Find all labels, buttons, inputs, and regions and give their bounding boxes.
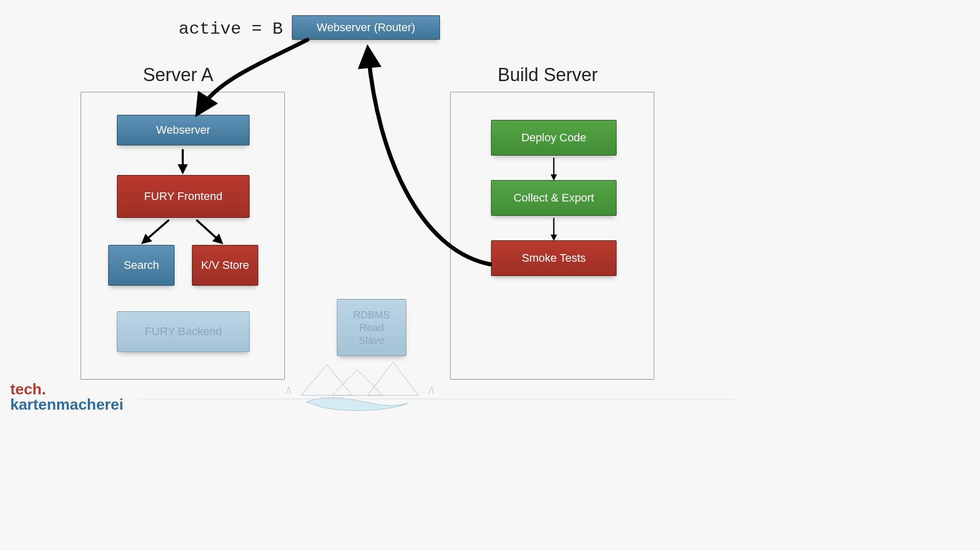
deploy-code-box: Deploy Code <box>491 120 617 156</box>
diagram-stage: active = B Webserver (Router) Server A W… <box>0 0 735 413</box>
build-server-title: Build Server <box>498 64 598 86</box>
fury-backend-box: FURY Backend <box>117 311 250 352</box>
logo-line-2: kartenmacherei <box>10 396 124 413</box>
smoke-tests-box: Smoke Tests <box>491 240 617 276</box>
rdbms-read-slave-box: RDBMS Read Slave <box>337 299 406 356</box>
collect-export-box: Collect & Export <box>491 180 617 216</box>
kv-store-box: K/V Store <box>192 245 258 286</box>
brand-logo: tech. kartenmacherei <box>10 382 124 412</box>
webserver-box: Webserver <box>117 115 250 145</box>
webserver-router-box: Webserver (Router) <box>292 15 440 40</box>
server-a-title: Server A <box>143 64 213 86</box>
search-box: Search <box>108 245 175 286</box>
logo-line-1: tech. <box>10 381 46 397</box>
active-label: active = B <box>179 19 283 39</box>
fury-frontend-box: FURY Frontend <box>117 175 250 218</box>
